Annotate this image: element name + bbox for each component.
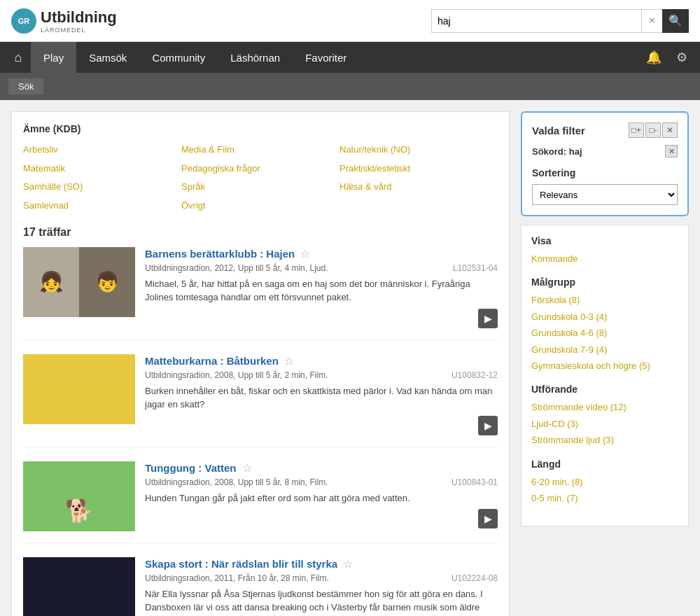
- result-body: Tunggung : Vatten ☆ Utbildningsradion, 2…: [145, 461, 498, 531]
- result-item: Skapa stort : När rädslan blir till styr…: [23, 557, 498, 616]
- subject-link[interactable]: Samhälle (SO): [23, 178, 181, 196]
- result-meta: Utbildningsradion, 2011, Från 10 år, 28 …: [145, 573, 498, 583]
- subject-link[interactable]: Samlevnad: [23, 197, 181, 215]
- filter-link-langd[interactable]: 0-5 min. (7): [531, 490, 678, 506]
- header: GR Utbildning LÄROMEDEL ✕ 🔍: [0, 0, 700, 42]
- subject-link[interactable]: Pedagogiska frågor: [181, 160, 340, 178]
- filter-header: Valda filter □+ □- ✕: [532, 122, 678, 138]
- nav-item-lashorna[interactable]: Läshörnan: [218, 42, 293, 73]
- favorite-star-icon[interactable]: ☆: [284, 354, 294, 368]
- subject-link[interactable]: Praktiskt/estetiskt: [340, 160, 498, 178]
- subject-link[interactable]: Övrigt: [181, 197, 340, 215]
- result-title-row: Matteburkarna : Båtburken ☆: [145, 354, 498, 368]
- search-area: ✕ 🔍: [431, 9, 689, 33]
- result-id: U100843-01: [451, 477, 498, 487]
- filter-link-malgrupp[interactable]: Förskola (8): [531, 292, 678, 308]
- remove-keyword-button[interactable]: ✕: [665, 145, 678, 158]
- favorite-star-icon[interactable]: ☆: [343, 557, 353, 570]
- result-item: 👧 👦 Barnens berättarklubb : Hajen ☆ Utbi…: [23, 247, 498, 340]
- filter-link-malgrupp[interactable]: Grundskola 7-9 (4): [531, 342, 678, 358]
- sidebar: Valda filter □+ □- ✕ Sökord: haj ✕ Sorte…: [521, 111, 689, 616]
- filter-section-visa: VisaKommande: [531, 235, 678, 267]
- result-description: När Ella lyssnar på Åsa Stjernas ljudkon…: [145, 587, 498, 616]
- subject-link[interactable]: Media & Film: [181, 141, 340, 159]
- filter-add-button[interactable]: □+: [629, 122, 644, 138]
- filter-link-malgrupp[interactable]: Grundskola 4-6 (8): [531, 325, 678, 341]
- search-button[interactable]: 🔍: [662, 9, 689, 33]
- play-button[interactable]: ▶: [478, 509, 498, 528]
- result-title-row: Tunggung : Vatten ☆: [145, 461, 498, 475]
- result-meta: Utbildningsradion, 2012, Upp till 5 år, …: [145, 263, 498, 273]
- extra-filters: VisaKommandeMålgruppFörskola (8)Grundsko…: [521, 225, 689, 526]
- search-icon: 🔍: [668, 14, 682, 27]
- subject-grid: ArbetslivMedia & FilmNatur/teknik (NO)Ma…: [23, 141, 498, 215]
- filter-link-utforande[interactable]: Ljud-CD (3): [531, 416, 678, 432]
- subject-link[interactable]: Arbetsliv: [23, 141, 181, 159]
- main-nav: ⌂ Play Samsök Community Läshörnan Favori…: [0, 42, 700, 73]
- subject-title: Ämne (KDB): [23, 123, 498, 134]
- logo: GR Utbildning LÄROMEDEL: [11, 8, 117, 34]
- filter-remove-button[interactable]: □-: [645, 122, 661, 138]
- nav-right: 🔔 ⚙: [641, 45, 694, 70]
- favorite-star-icon[interactable]: ☆: [242, 461, 252, 475]
- result-item: Matteburkarna : Båtburken ☆ Utbildningsr…: [23, 354, 498, 447]
- result-meta: Utbildningsradion, 2008, Upp till 5 år, …: [145, 477, 498, 487]
- results-list: 👧 👦 Barnens berättarklubb : Hajen ☆ Utbi…: [23, 247, 498, 616]
- sok-button[interactable]: Sök: [8, 78, 43, 94]
- result-title-row: Barnens berättarklubb : Hajen ☆: [145, 247, 498, 260]
- result-title[interactable]: Tunggung : Vatten: [145, 462, 237, 474]
- result-body: Barnens berättarklubb : Hajen ☆ Utbildni…: [145, 247, 498, 328]
- result-title-row: Skapa stort : När rädslan blir till styr…: [145, 557, 498, 570]
- filter-title: Valda filter: [532, 125, 627, 136]
- result-title[interactable]: Matteburkarna : Båtburken: [145, 355, 279, 367]
- logo-text: Utbildning LÄROMEDEL: [41, 8, 117, 34]
- filter-link-malgrupp[interactable]: Gymnasieskola och högre (5): [531, 358, 678, 374]
- filter-section-utforande: UtförandeStrömmande video (12)Ljud-CD (3…: [531, 384, 678, 448]
- filter-link-langd[interactable]: 6-20 min. (8): [531, 474, 678, 490]
- favorite-star-icon[interactable]: ☆: [300, 247, 310, 260]
- nav-item-play[interactable]: Play: [31, 42, 76, 73]
- result-item: 🐕 Tunggung : Vatten ☆ Utbildningsradion,…: [23, 461, 498, 543]
- search-input[interactable]: [431, 9, 641, 33]
- play-button[interactable]: ▶: [478, 309, 498, 328]
- logo-sub: LÄROMEDEL: [41, 27, 117, 34]
- search-clear-button[interactable]: ✕: [641, 9, 662, 33]
- result-title[interactable]: Barnens berättarklubb : Hajen: [145, 248, 295, 260]
- subject-link[interactable]: Språk: [181, 178, 340, 196]
- sort-select[interactable]: Relevans Datum Titel: [532, 184, 678, 205]
- result-meta-text: Utbildningsradion, 2012, Upp till 5 år, …: [145, 263, 328, 273]
- results-count: 17 träffar: [23, 226, 498, 239]
- result-description: Michael, 5 år, har hittat på en saga om …: [145, 277, 498, 304]
- keyword-label: Sökord:: [532, 146, 566, 157]
- filter-section-title-langd: Längd: [531, 458, 678, 470]
- result-body: Skapa stort : När rädslan blir till styr…: [145, 557, 498, 616]
- result-meta: Utbildningsradion, 2008, Upp till 5 år, …: [145, 370, 498, 380]
- notifications-button[interactable]: 🔔: [641, 45, 666, 70]
- result-description: Burken innehåller en båt, fiskar och en …: [145, 384, 498, 412]
- play-button[interactable]: ▶: [478, 416, 498, 435]
- result-title[interactable]: Skapa stort : När rädslan blir till styr…: [145, 558, 337, 570]
- subbar: Sök: [0, 73, 700, 100]
- filter-link-utforande[interactable]: Strömmande video (12): [531, 399, 678, 415]
- subject-link[interactable]: Hälsa & vård: [340, 178, 498, 196]
- filter-link-malgrupp[interactable]: Grundskola 0-3 (4): [531, 309, 678, 325]
- subject-link[interactable]: Matematik: [23, 160, 181, 178]
- filter-keyword-text: Sökord: haj: [532, 146, 665, 157]
- settings-button[interactable]: ⚙: [669, 45, 694, 70]
- result-meta-text: Utbildningsradion, 2011, Från 10 år, 28 …: [145, 573, 329, 583]
- result-id: L102531-04: [453, 263, 498, 273]
- nav-item-community[interactable]: Community: [139, 42, 218, 73]
- filter-close-button[interactable]: ✕: [662, 122, 678, 138]
- main-content: Ämne (KDB) ArbetslivMedia & FilmNatur/te…: [0, 100, 700, 616]
- result-body: Matteburkarna : Båtburken ☆ Utbildningsr…: [145, 354, 498, 435]
- logo-brand: Utbildning: [41, 8, 117, 27]
- nav-item-samsok[interactable]: Samsök: [76, 42, 139, 73]
- home-button[interactable]: ⌂: [6, 42, 31, 73]
- filter-link-visa[interactable]: Kommande: [531, 251, 678, 267]
- filter-section-title-malgrupp: Målgrupp: [531, 276, 678, 288]
- result-id: U100832-12: [451, 370, 498, 380]
- subject-link[interactable]: Natur/teknik (NO): [340, 141, 498, 159]
- nav-item-favoriter[interactable]: Favoriter: [293, 42, 359, 73]
- sort-label: Sortering: [532, 167, 678, 178]
- filter-link-utforande[interactable]: Strömmande ljud (3): [531, 432, 678, 448]
